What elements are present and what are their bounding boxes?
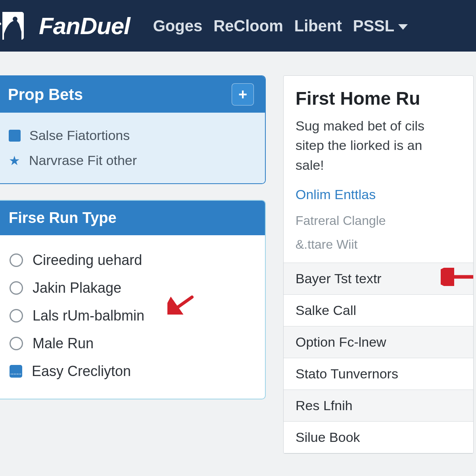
promo-line: Sug maked bet of cils: [296, 118, 424, 133]
list-item[interactable]: Res Lfnih: [284, 390, 473, 422]
run-type-card: Firse Run Type Cireeding uehard Jakin Pl…: [0, 200, 266, 399]
prop-item-label: Narvrase Fit other: [29, 153, 137, 168]
right-list: Bayer Tst textr Salke Call Option Fc-lne…: [284, 263, 473, 453]
run-type-option[interactable]: Cireeding uehard: [10, 246, 252, 274]
nav-label: PSSL: [353, 17, 394, 35]
option-label: Male Run: [33, 335, 94, 352]
radio-icon: [10, 253, 23, 267]
option-label: Jakin Plakage: [33, 280, 121, 296]
promo-line: sale!: [296, 157, 324, 173]
list-item[interactable]: Salke Call: [284, 295, 473, 326]
nav-pssl[interactable]: PSSL: [353, 17, 408, 35]
nav-label: Libent: [294, 17, 342, 35]
list-item-label: Salke Call: [296, 303, 356, 318]
list-item[interactable]: Bayer Tst textr: [284, 263, 473, 295]
star-icon: ★: [9, 153, 20, 168]
prop-item-label: Salse Fiatortions: [29, 128, 130, 143]
option-label: Easy Crecliyton: [32, 363, 131, 380]
prop-item[interactable]: Salse Fiatortions: [9, 123, 253, 148]
prop-bets-card: Prop Bets + Salse Fiatortions ★ Narvrase…: [0, 75, 266, 184]
list-item-label: Stato Tunvernors: [296, 366, 398, 381]
run-type-option[interactable]: Jakin Plakage: [10, 274, 252, 302]
onlim-link[interactable]: Onlim Enttlas: [296, 187, 461, 202]
prop-bets-title: Prop Bets: [8, 86, 83, 104]
nav-recloom[interactable]: ReCloom: [213, 17, 283, 35]
square-icon: [9, 130, 21, 142]
left-column: Prop Bets + Salse Fiatortions ★ Narvrase…: [0, 75, 266, 454]
annotation-arrow-icon: [441, 268, 474, 286]
radio-icon: [10, 309, 23, 322]
add-prop-bet-button[interactable]: +: [232, 83, 254, 106]
run-type-body: Cireeding uehard Jakin Plakage Lals rUm-…: [0, 235, 265, 399]
promo-text: Sug maked bet of cils sitep the liorked …: [296, 116, 461, 175]
promo-line: sitep the liorked is an: [296, 138, 422, 153]
nav-goges[interactable]: Goges: [153, 17, 202, 35]
list-item[interactable]: Silue Book: [284, 422, 473, 453]
nav-libent[interactable]: Libent: [294, 17, 342, 35]
nav-label: Goges: [153, 17, 202, 35]
list-item-label: Silue Book: [296, 430, 360, 445]
nav-label: ReCloom: [213, 17, 283, 35]
list-item-label: Res Lfnih: [296, 398, 353, 413]
list-item[interactable]: Stato Tunvernors: [284, 358, 473, 390]
run-type-option[interactable]: Easy Crecliyton: [10, 357, 252, 385]
chevron-down-icon: [398, 24, 408, 30]
right-card-top: First Home Ru Sug maked bet of cils site…: [284, 76, 473, 254]
option-label: Cireeding uehard: [33, 252, 142, 269]
list-item-label: Bayer Tst textr: [296, 271, 382, 286]
main-content: Prop Bets + Salse Fiatortions ★ Narvrase…: [0, 52, 476, 454]
run-type-option[interactable]: Lals rUm-balbmin: [10, 302, 252, 330]
option-label: Lals rUm-balbmin: [33, 307, 144, 324]
first-home-run-card: First Home Ru Sug maked bet of cils site…: [283, 75, 474, 454]
prop-item[interactable]: ★ Narvrase Fit other: [9, 148, 253, 173]
svg-rect-1: [0, 12, 2, 40]
top-nav: FanDuel Goges ReCloom Libent PSSL: [0, 0, 476, 52]
radio-icon: [10, 281, 23, 295]
list-item-label: Option Fc-lnew: [296, 334, 386, 349]
radio-icon: [10, 337, 23, 350]
right-column: First Home Ru Sug maked bet of cils site…: [283, 75, 476, 454]
sub-text: Fatreral Clangle: [296, 211, 461, 230]
sub-text: &.ttare Wiit: [296, 235, 461, 254]
run-type-option[interactable]: Male Run: [10, 330, 252, 357]
prop-bets-body: Salse Fiatortions ★ Narvrase Fit other: [0, 113, 265, 183]
prop-bets-header: Prop Bets +: [0, 76, 265, 113]
list-item[interactable]: Option Fc-lnew: [284, 326, 473, 358]
mlb-logo: [0, 12, 24, 40]
brand-logo: FanDuel: [39, 12, 130, 40]
run-type-title: Firse Run Type: [0, 201, 265, 235]
checkbox-icon: [10, 365, 22, 378]
right-card-title: First Home Ru: [296, 88, 461, 109]
